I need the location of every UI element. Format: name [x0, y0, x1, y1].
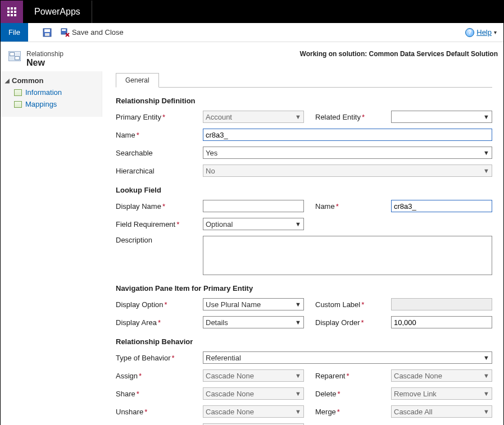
svg-rect-8	[14, 14, 16, 16]
select-assign[interactable]: Cascade None▼	[203, 369, 304, 382]
label-share: Share*	[116, 390, 203, 398]
sidebar-item-information[interactable]: Information	[1, 86, 102, 98]
select-value: Referential	[206, 354, 241, 362]
chevron-down-icon: ▼	[295, 301, 301, 308]
select-value: Yes	[206, 149, 217, 157]
label-unshare: Unshare*	[116, 408, 203, 416]
select-value: Cascade None	[206, 408, 254, 416]
select-delete[interactable]: Remove Link▼	[391, 387, 492, 400]
label-lookup-name: Name*	[315, 202, 391, 211]
label-delete: Delete*	[315, 390, 391, 398]
sidebar-item-label: Mappings	[25, 100, 57, 108]
section-relationship-definition: Relationship Definition	[116, 97, 492, 105]
chevron-down-icon: ▼	[295, 113, 301, 120]
select-value: Remove Link	[394, 390, 437, 398]
file-menu[interactable]: File	[1, 23, 28, 42]
chevron-down-icon: ▼	[483, 167, 489, 174]
select-value: No	[206, 167, 215, 175]
input-relationship-name[interactable]	[203, 129, 492, 141]
svg-rect-7	[11, 14, 13, 16]
chevron-down-icon: ▼	[483, 354, 489, 361]
select-value: Cascade None	[206, 372, 254, 380]
caret-down-icon: ◢	[5, 77, 10, 84]
sidebar: ◢ Common Information Mappings	[1, 71, 102, 117]
sidebar-item-label: Information	[25, 88, 62, 97]
app-launcher-button[interactable]	[1, 1, 23, 23]
label-related-entity: Related Entity*	[315, 113, 391, 121]
svg-rect-11	[45, 33, 49, 36]
label-primary-entity: Primary Entity*	[116, 113, 203, 121]
chevron-down-icon: ▼	[483, 149, 489, 156]
save-and-close-button[interactable]: Save and Close	[56, 23, 128, 42]
help-icon: ?	[465, 28, 474, 37]
entity-state: New	[26, 58, 63, 68]
select-value: Cascade None	[394, 372, 442, 380]
tab-label: General	[125, 76, 149, 84]
label-display-name: Display Name*	[116, 202, 203, 211]
svg-rect-6	[7, 14, 10, 16]
tab-bar: General	[116, 72, 492, 88]
label-assign: Assign*	[116, 372, 203, 380]
select-display-option[interactable]: Use Plural Name▼	[203, 298, 304, 310]
entity-type-label: Relationship	[26, 50, 63, 58]
select-field-requirement[interactable]: Optional▼	[203, 218, 304, 230]
label-display-area: Display Area*	[116, 318, 203, 327]
app-header: PowerApps	[1, 1, 503, 23]
solution-context: Working on solution: Common Data Service…	[300, 50, 498, 58]
label-name: Name*	[116, 131, 203, 139]
save-close-icon	[61, 28, 70, 37]
chevron-down-icon: ▼	[483, 390, 489, 397]
app-brand: PowerApps	[23, 1, 92, 23]
input-lookup-display-name[interactable]	[203, 200, 304, 212]
save-icon	[43, 28, 52, 37]
chevron-down-icon: ▼	[295, 372, 301, 379]
toolbar: File Save and Close ? Help ▾	[1, 23, 503, 42]
waffle-icon	[7, 7, 16, 16]
tab-general[interactable]: General	[116, 73, 159, 88]
svg-rect-3	[7, 11, 10, 13]
svg-rect-5	[14, 11, 16, 13]
select-unshare[interactable]: Cascade None▼	[203, 405, 304, 418]
select-reparent[interactable]: Cascade None▼	[391, 369, 492, 382]
select-primary-entity[interactable]: Account▼	[203, 111, 304, 123]
label-custom-label: Custom Label*	[315, 300, 391, 309]
label-description: Description	[116, 236, 203, 244]
section-relationship-behavior: Relationship Behavior	[116, 337, 492, 346]
help-menu[interactable]: ? Help ▾	[465, 28, 497, 37]
svg-rect-2	[14, 7, 16, 10]
input-custom-label[interactable]	[391, 298, 492, 310]
svg-rect-10	[44, 29, 50, 32]
select-value: Cascade None	[206, 390, 254, 398]
select-value: Optional	[206, 220, 233, 229]
mappings-icon	[14, 101, 22, 108]
select-share[interactable]: Cascade None▼	[203, 387, 304, 400]
label-display-option: Display Option*	[116, 300, 203, 309]
svg-rect-0	[7, 7, 10, 10]
select-type-of-behavior[interactable]: Referential▼	[203, 351, 492, 364]
input-display-order[interactable]	[391, 316, 492, 328]
section-lookup-field: Lookup Field	[116, 186, 492, 194]
help-label: Help	[476, 28, 492, 36]
chevron-down-icon: ▼	[483, 372, 489, 379]
select-searchable[interactable]: Yes▼	[203, 147, 492, 159]
sidebar-group-common[interactable]: ◢ Common	[1, 75, 102, 86]
chevron-down-icon: ▼	[295, 408, 301, 415]
chevron-down-icon: ▼	[483, 408, 489, 415]
svg-rect-13	[62, 29, 66, 31]
sidebar-item-mappings[interactable]: Mappings	[1, 98, 102, 110]
select-display-area[interactable]: Details▼	[203, 316, 304, 328]
page-header: Relationship New Working on solution: Co…	[1, 42, 503, 71]
file-menu-label: File	[8, 28, 20, 36]
label-field-requirement: Field Requirement*	[116, 220, 203, 229]
select-value: Use Plural Name	[206, 300, 261, 309]
label-hierarchical: Hierarchical	[116, 167, 203, 175]
label-searchable: Searchable	[116, 149, 203, 157]
save-button[interactable]	[38, 23, 56, 42]
select-related-entity[interactable]: ▼	[391, 111, 492, 123]
textarea-description[interactable]	[203, 236, 492, 275]
select-merge[interactable]: Cascade All▼	[391, 405, 492, 418]
svg-rect-1	[11, 7, 13, 10]
chevron-down-icon: ▼	[483, 113, 489, 120]
input-lookup-name[interactable]	[391, 200, 492, 212]
select-hierarchical[interactable]: No▼	[203, 164, 492, 177]
